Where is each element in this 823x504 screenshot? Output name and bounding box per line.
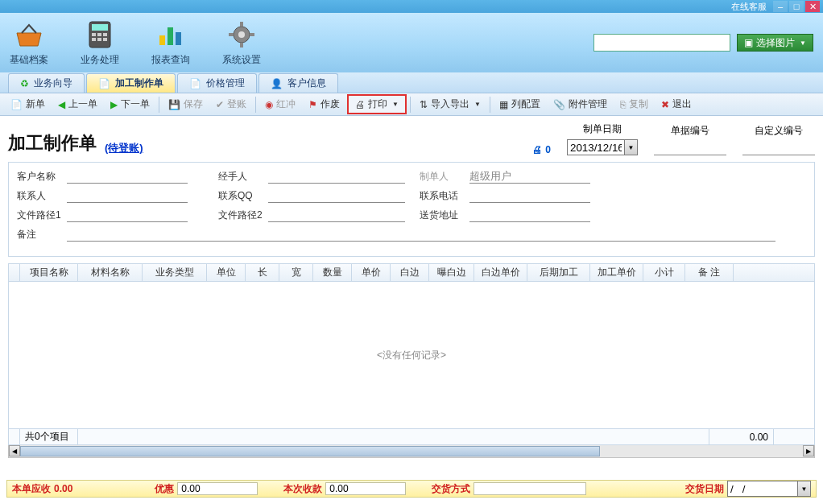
ribbon-report[interactable]: 报表查询 <box>151 19 190 67</box>
post-button[interactable]: ✔登账 <box>210 95 252 114</box>
tab-strip: ♻业务向导 📄加工制作单 📄价格管理 👤客户信息 <box>0 72 823 93</box>
grid-col-header[interactable]: 业务类型 <box>143 264 207 281</box>
custom-code-input[interactable] <box>742 141 815 155</box>
phone-label: 联系电话 <box>420 189 469 203</box>
exit-button[interactable]: ✖退出 <box>656 95 697 114</box>
prev-button[interactable]: ◀上一单 <box>52 95 103 114</box>
path1-input[interactable] <box>67 208 188 222</box>
svg-rect-3 <box>97 33 101 36</box>
svg-rect-9 <box>167 27 173 45</box>
grid-col-header[interactable]: 曝白边 <box>429 264 474 281</box>
grid-col-header[interactable]: 白边 <box>391 264 429 281</box>
discount-label: 优惠 <box>155 482 174 496</box>
ship-input[interactable] <box>469 208 590 222</box>
reverse-icon: ◉ <box>265 99 273 110</box>
deliver-date-input[interactable] <box>727 481 798 497</box>
method-input[interactable] <box>474 482 586 495</box>
date-dropdown-button[interactable]: ▼ <box>625 139 638 155</box>
handler-label: 经手人 <box>218 170 268 184</box>
window-min-button[interactable]: – <box>773 1 788 12</box>
form-area: 客户名称 经手人 制单人 联系人 联系QQ 联系电话 文件路径1 文件路径2 送… <box>8 162 815 257</box>
deliver-date-dropdown[interactable]: ▼ <box>798 481 811 497</box>
grid-col-header[interactable]: 长 <box>246 264 279 281</box>
tab-production-order[interactable]: 📄加工制作单 <box>86 73 176 93</box>
tab-wizard[interactable]: ♻业务向导 <box>8 73 85 93</box>
window-max-button[interactable]: □ <box>789 1 804 12</box>
arrow-left-icon: ◀ <box>58 99 65 110</box>
grid-col-header[interactable]: 备 注 <box>685 264 734 281</box>
discount-input[interactable]: 0.00 <box>177 482 258 495</box>
select-image-button[interactable]: ▣ 选择图片 ▼ <box>737 34 813 52</box>
thispay-input[interactable]: 0.00 <box>325 482 406 495</box>
attach-button[interactable]: 📎附件管理 <box>548 95 613 114</box>
grid-col-header[interactable]: 小计 <box>643 264 685 281</box>
next-button[interactable]: ▶下一单 <box>105 95 155 114</box>
grid-col-header[interactable]: 项目名称 <box>20 264 78 281</box>
horizontal-scrollbar[interactable]: ◀ ▶ <box>8 445 815 458</box>
grid-col-header[interactable]: 加工单价 <box>590 264 643 281</box>
handler-input[interactable] <box>268 169 405 184</box>
grid-col-header[interactable]: 材料名称 <box>78 264 143 281</box>
grid-footer-handle <box>9 429 20 444</box>
select-image-label: 选择图片 <box>756 36 795 50</box>
ribbon-settings[interactable]: 系统设置 <box>222 19 261 67</box>
grid-col-header[interactable]: 宽 <box>279 264 313 281</box>
void-button[interactable]: ⚑作废 <box>303 95 345 114</box>
date-label: 制单日期 <box>583 122 622 136</box>
deliver-label: 交货日期 <box>685 482 724 496</box>
maker-input <box>469 169 590 184</box>
receivable-value: 0.00 <box>54 483 72 494</box>
online-service-label[interactable]: 在线客服 <box>731 1 767 13</box>
path2-input[interactable] <box>268 208 405 222</box>
footer-bar: 本单应收0.00 优惠0.00 本次收款0.00 交货方式 交货日期 ▼ <box>6 480 817 498</box>
svg-point-12 <box>238 31 245 38</box>
new-button[interactable]: 📄新单 <box>5 95 51 114</box>
grid-col-header[interactable]: 单位 <box>207 264 246 281</box>
ribbon-label: 报表查询 <box>151 53 190 67</box>
print-count: 🖨 0 <box>532 144 551 155</box>
svg-rect-16 <box>250 33 254 36</box>
import-export-button[interactable]: ⇅导入导出▼ <box>414 95 486 114</box>
qq-label: 联系QQ <box>218 189 268 203</box>
contact-input[interactable] <box>67 188 188 203</box>
recycle-icon: ♻ <box>20 78 29 89</box>
grid-col-header[interactable]: 白边单价 <box>474 264 527 281</box>
scroll-right-button[interactable]: ▶ <box>803 445 814 456</box>
doc-code-input[interactable] <box>654 141 726 155</box>
exit-icon: ✖ <box>661 99 669 110</box>
ribbon-basic-archive[interactable]: 基础档案 <box>10 19 48 67</box>
grid-empty-message: <没有任何记录> <box>9 282 814 428</box>
svg-rect-1 <box>92 24 108 31</box>
doc-status[interactable]: (待登账) <box>105 141 143 155</box>
ribbon-business[interactable]: 业务处理 <box>81 19 119 67</box>
grid-col-header[interactable] <box>9 264 20 281</box>
copy-button[interactable]: ⎘复制 <box>614 95 654 114</box>
scroll-left-button[interactable]: ◀ <box>9 445 20 456</box>
doc-icon: 📄 <box>98 78 110 89</box>
grid-col-header[interactable]: 单价 <box>352 264 391 281</box>
window-close-button[interactable]: ✕ <box>805 1 820 12</box>
grid-col-header[interactable]: 后期加工 <box>527 264 590 281</box>
col-config-button[interactable]: ▦列配置 <box>494 95 546 114</box>
search-input[interactable] <box>593 34 730 52</box>
post-icon: ✔ <box>216 99 224 110</box>
scroll-thumb[interactable] <box>20 446 600 456</box>
remark-input[interactable] <box>67 227 775 242</box>
doc-date-input[interactable] <box>567 139 625 155</box>
qq-input[interactable] <box>268 188 405 203</box>
reverse-button[interactable]: ◉红冲 <box>259 95 301 114</box>
toolbar-sep <box>159 97 159 113</box>
arrow-right-icon: ▶ <box>110 99 118 110</box>
customer-input[interactable] <box>67 169 188 184</box>
save-button[interactable]: 💾保存 <box>163 95 209 114</box>
phone-input[interactable] <box>469 188 590 203</box>
tab-customer[interactable]: 👤客户信息 <box>258 73 338 93</box>
remark-label: 备注 <box>17 228 67 242</box>
tab-label: 客户信息 <box>287 76 326 90</box>
custom-code-label: 自定义编号 <box>755 124 803 138</box>
print-button[interactable]: 🖨打印▼ <box>347 94 407 114</box>
tab-price[interactable]: 📄价格管理 <box>177 73 257 93</box>
ribbon-label: 系统设置 <box>222 53 261 67</box>
user-icon: 👤 <box>271 78 283 89</box>
grid-col-header[interactable]: 数量 <box>313 264 352 281</box>
